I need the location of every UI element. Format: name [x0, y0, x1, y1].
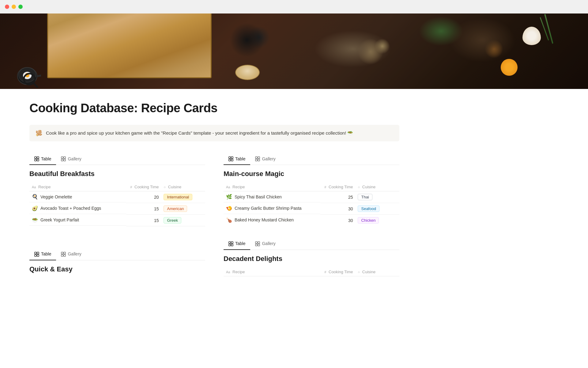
breakfasts-view-tabs: Table Gallery	[29, 154, 205, 165]
breakfasts-gallery-tab[interactable]: Gallery	[56, 154, 86, 165]
maximize-button[interactable]	[18, 5, 23, 9]
svg-rect-13	[64, 157, 66, 159]
svg-rect-34	[229, 244, 231, 246]
table-row[interactable]: 🥗 Greek Yogurt Parfait 15 Greek	[29, 215, 205, 226]
recipe-emoji: 🌿	[226, 194, 232, 200]
callout-text: Cook like a pro and spice up your kitche…	[46, 130, 353, 136]
recipe-emoji: 🥑	[32, 205, 38, 211]
svg-rect-12	[61, 157, 63, 159]
recipe-emoji: 🍗	[226, 217, 232, 223]
svg-rect-37	[258, 242, 260, 243]
breakfasts-gallery-tab-label: Gallery	[68, 156, 81, 161]
main-course-table-tab[interactable]: Table	[224, 154, 250, 165]
orange-decoration	[501, 59, 518, 76]
left-column: Table Gallery	[29, 154, 205, 289]
minimize-button[interactable]	[12, 5, 16, 9]
svg-rect-19	[37, 255, 39, 256]
svg-rect-8	[35, 157, 36, 159]
circle-icon-2: ○	[358, 185, 360, 189]
recipe-name-cell: 🍤 Creamy Garlic Butter Shrimp Pasta	[224, 203, 320, 214]
svg-rect-38	[255, 244, 257, 246]
cuisine-cell: American	[161, 203, 205, 215]
recipe-emoji: 🥗	[32, 217, 38, 223]
recipe-name: Veggie Omelette	[40, 194, 72, 199]
cuisine-cell: Thai	[355, 191, 399, 203]
svg-rect-36	[255, 242, 257, 243]
table-icon	[34, 156, 39, 161]
gallery-icon-4	[255, 241, 260, 246]
main-course-view-tabs: Table Gallery	[224, 154, 399, 165]
svg-rect-33	[231, 242, 233, 243]
cooking-time-cell: 30	[320, 203, 356, 215]
main-course-header-row: Aa Recipe # Cooking Time ○ Cuisine	[224, 183, 399, 191]
hash-icon-3: #	[324, 270, 326, 274]
breakfasts-cuisine-header: ○ Cuisine	[161, 183, 205, 191]
decadent-table-tab[interactable]: Table	[224, 238, 250, 250]
decadent-time-header: # Cooking Time	[320, 268, 356, 276]
circle-icon: ○	[164, 185, 166, 189]
aa-icon-3: Aa	[226, 270, 230, 274]
recipe-emoji: 🍳	[32, 194, 38, 200]
main-course-gallery-tab-label: Gallery	[262, 156, 275, 161]
table-row[interactable]: 🍗 Baked Honey Mustard Chicken 30 Chicken	[224, 215, 399, 226]
main-time-header: # Cooking Time	[320, 183, 356, 191]
quick-easy-gallery-tab[interactable]: Gallery	[56, 249, 86, 260]
table-row[interactable]: 🍤 Creamy Garlic Butter Shrimp Pasta 30 S…	[224, 203, 399, 215]
decadent-delights-title: Decadent Delights	[224, 255, 399, 263]
svg-rect-17	[37, 252, 39, 254]
gallery-icon-3	[255, 156, 260, 161]
decadent-cuisine-header: ○ Cuisine	[355, 268, 399, 276]
gallery-icon	[61, 156, 66, 161]
table-row[interactable]: 🥑 Avocado Toast + Poached Eggs 15 Americ…	[29, 203, 205, 215]
cutting-board-decoration	[47, 7, 212, 78]
svg-rect-32	[229, 242, 231, 243]
right-column: Table Gallery	[224, 154, 399, 289]
close-button[interactable]	[5, 5, 9, 9]
quick-easy-gallery-tab-label: Gallery	[68, 251, 81, 256]
table-row-empty	[29, 226, 205, 237]
recipe-name-cell: 🥑 Avocado Toast + Poached Eggs	[29, 203, 126, 214]
decadent-recipe-header: Aa Recipe	[224, 268, 320, 276]
cuisine-cell: International	[161, 191, 205, 203]
cooking-time-cell: 25	[320, 191, 356, 203]
circle-icon-3: ○	[358, 270, 360, 274]
callout-box: 🫚 Cook like a pro and spice up your kitc…	[29, 125, 399, 141]
cooking-time-cell: 15	[126, 203, 161, 215]
page-content: Cooking Database: Recipe Cards 🫚 Cook li…	[0, 89, 429, 307]
gallery-icon-2	[61, 251, 66, 257]
recipe-name-cell: 🍗 Baked Honey Mustard Chicken	[224, 215, 320, 225]
pan-icon	[13, 60, 41, 89]
recipe-emoji: 🍤	[226, 205, 232, 211]
cuisine-badge: Thai	[358, 194, 372, 200]
table-icon-4	[228, 241, 233, 246]
decadent-delights-section: Table Gallery	[224, 238, 399, 276]
aa-icon: Aa	[32, 185, 36, 189]
svg-rect-21	[64, 252, 66, 254]
recipe-name: Avocado Toast + Poached Eggs	[40, 206, 101, 211]
svg-line-7	[33, 83, 37, 87]
page-title: Cooking Database: Recipe Cards	[29, 101, 399, 115]
spice-bowl	[235, 65, 260, 80]
svg-rect-24	[229, 157, 231, 159]
table-row[interactable]: 🌿 Spicy Thai Basil Chicken 25 Thai	[224, 191, 399, 203]
svg-rect-30	[255, 159, 257, 161]
main-columns: Table Gallery	[29, 154, 399, 289]
svg-rect-9	[37, 157, 39, 159]
main-course-gallery-tab[interactable]: Gallery	[250, 154, 280, 165]
cuisine-badge: Greek	[164, 217, 181, 224]
table-row[interactable]: 🍳 Veggie Omelette 20 International	[29, 191, 205, 203]
svg-rect-11	[37, 159, 39, 161]
recipe-name-cell: 🍳 Veggie Omelette	[29, 191, 126, 202]
svg-rect-35	[231, 244, 233, 246]
quick-easy-table-tab[interactable]: Table	[29, 249, 56, 260]
decadent-gallery-tab[interactable]: Gallery	[250, 238, 280, 250]
svg-rect-39	[258, 244, 260, 246]
recipe-name: Creamy Garlic Butter Shrimp Pasta	[235, 206, 302, 211]
breakfasts-time-header: # Cooking Time	[126, 183, 161, 191]
svg-rect-25	[231, 157, 233, 159]
svg-rect-10	[35, 159, 36, 161]
breakfasts-header-row: Aa Recipe # Cooking Time ○ Cuisine	[29, 183, 205, 191]
breakfasts-table-tab[interactable]: Table	[29, 154, 56, 165]
svg-rect-31	[258, 159, 260, 161]
quick-easy-table-tab-label: Table	[41, 251, 51, 256]
